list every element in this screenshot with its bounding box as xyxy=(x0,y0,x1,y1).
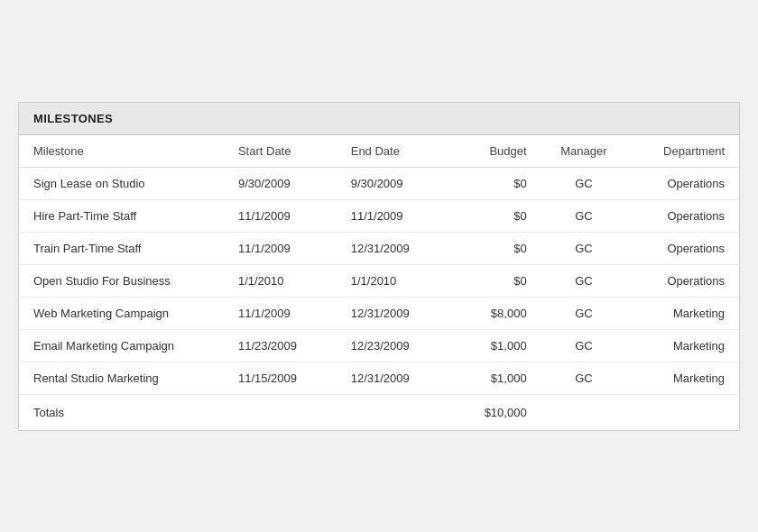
cell-department: Operations xyxy=(626,199,739,232)
col-header-end-date: End Date xyxy=(337,135,449,168)
cell-milestone: Web Marketing Campaign xyxy=(19,297,224,329)
col-header-manager: Manager xyxy=(541,135,627,168)
col-header-budget: Budget xyxy=(449,135,541,168)
totals-manager-empty xyxy=(541,394,627,430)
cell-manager: GC xyxy=(541,297,627,329)
cell-start-date: 11/1/2009 xyxy=(224,297,337,329)
cell-department: Operations xyxy=(626,232,739,264)
cell-budget: $8,000 xyxy=(449,297,541,329)
cell-milestone: Email Marketing Campaign xyxy=(19,329,224,362)
cell-end-date: 1/1/2010 xyxy=(337,264,449,297)
cell-end-date: 12/31/2009 xyxy=(337,297,449,329)
milestones-container: MILESTONES Milestone Start Date End Date… xyxy=(18,102,740,431)
cell-manager: GC xyxy=(541,232,627,264)
cell-end-date: 12/31/2009 xyxy=(337,232,449,264)
table-row: Open Studio For Business1/1/20101/1/2010… xyxy=(19,264,739,297)
cell-manager: GC xyxy=(541,199,627,232)
table-row: Web Marketing Campaign11/1/200912/31/200… xyxy=(19,297,739,329)
cell-end-date: 12/23/2009 xyxy=(337,329,449,362)
table-header-row: Milestone Start Date End Date Budget Man… xyxy=(19,135,739,168)
table-row: Email Marketing Campaign11/23/200912/23/… xyxy=(19,329,739,362)
cell-manager: GC xyxy=(541,362,627,394)
col-header-department: Department xyxy=(626,135,739,168)
milestones-header: MILESTONES xyxy=(19,103,739,135)
cell-start-date: 9/30/2009 xyxy=(224,167,337,199)
cell-budget: $0 xyxy=(449,167,541,199)
cell-manager: GC xyxy=(541,329,627,362)
cell-start-date: 1/1/2010 xyxy=(224,264,337,297)
cell-milestone: Open Studio For Business xyxy=(19,264,224,297)
cell-start-date: 11/1/2009 xyxy=(224,199,337,232)
cell-budget: $0 xyxy=(449,264,541,297)
cell-milestone: Hire Part-Time Staff xyxy=(19,199,224,232)
cell-end-date: 12/31/2009 xyxy=(337,362,449,394)
cell-end-date: 9/30/2009 xyxy=(337,167,449,199)
cell-budget: $1,000 xyxy=(449,329,541,362)
totals-label: Totals xyxy=(19,394,224,430)
col-header-start-date: Start Date xyxy=(224,135,337,168)
cell-manager: GC xyxy=(541,264,627,297)
totals-department-empty xyxy=(626,394,739,430)
cell-department: Operations xyxy=(626,167,739,199)
table-row: Rental Studio Marketing11/15/200912/31/2… xyxy=(19,362,739,394)
table-row: Sign Lease on Studio9/30/20099/30/2009$0… xyxy=(19,167,739,199)
milestones-table: Milestone Start Date End Date Budget Man… xyxy=(19,135,739,430)
cell-milestone: Sign Lease on Studio xyxy=(19,167,224,199)
cell-department: Operations xyxy=(626,264,739,297)
cell-department: Marketing xyxy=(626,297,739,329)
cell-budget: $0 xyxy=(449,232,541,264)
cell-manager: GC xyxy=(541,167,627,199)
cell-start-date: 11/15/2009 xyxy=(224,362,337,394)
totals-end-empty xyxy=(337,394,449,430)
cell-milestone: Rental Studio Marketing xyxy=(19,362,224,394)
milestones-title: MILESTONES xyxy=(33,112,113,125)
cell-department: Marketing xyxy=(626,329,739,362)
cell-end-date: 11/1/2009 xyxy=(337,199,449,232)
table-row: Hire Part-Time Staff11/1/200911/1/2009$0… xyxy=(19,199,739,232)
cell-start-date: 11/1/2009 xyxy=(224,232,337,264)
totals-row: Totals$10,000 xyxy=(19,394,739,430)
cell-start-date: 11/23/2009 xyxy=(224,329,337,362)
totals-start-empty xyxy=(224,394,337,430)
table-row: Train Part-Time Staff11/1/200912/31/2009… xyxy=(19,232,739,264)
cell-budget: $0 xyxy=(449,199,541,232)
cell-milestone: Train Part-Time Staff xyxy=(19,232,224,264)
totals-budget: $10,000 xyxy=(449,394,541,430)
col-header-milestone: Milestone xyxy=(19,135,224,168)
cell-department: Marketing xyxy=(626,362,739,394)
cell-budget: $1,000 xyxy=(449,362,541,394)
